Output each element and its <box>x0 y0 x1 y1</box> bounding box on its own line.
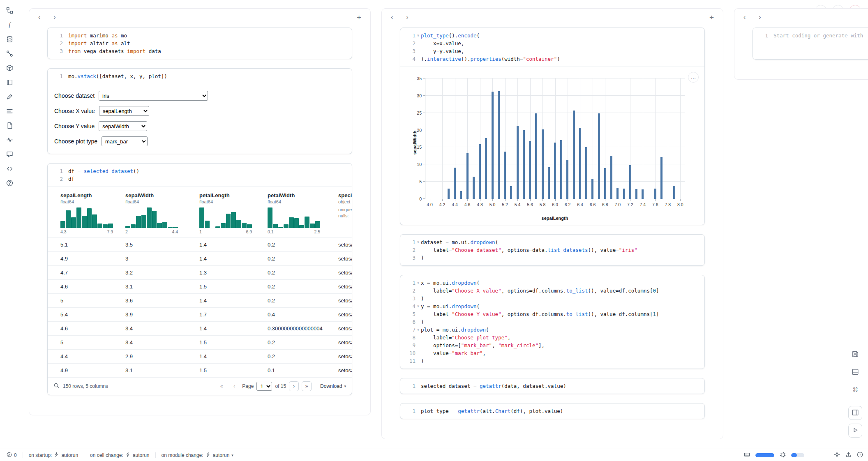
code-editor-plot[interactable]: 1∨plot_type().encode(2 x=x.value,3 y=y.v… <box>400 28 704 67</box>
table-cell: 4.4 <box>60 353 125 360</box>
chart-bar <box>654 189 656 199</box>
panel-layout-button[interactable] <box>848 365 862 379</box>
fold-toggle-icon[interactable]: ∨ <box>416 238 421 246</box>
line-number: 2 <box>60 39 63 47</box>
code-editor-selected[interactable]: 1selected_dataset = getattr(data, datase… <box>400 378 704 394</box>
generate-with-ai-link[interactable]: generate <box>823 32 847 39</box>
column-scroll-left-button[interactable]: ‹ <box>389 13 395 21</box>
page-select[interactable]: 1 <box>256 382 272 391</box>
minimap-button[interactable] <box>848 406 862 420</box>
last-page-button[interactable]: » <box>302 381 312 391</box>
prev-page-button[interactable]: ‹ <box>229 381 239 391</box>
chart-bar <box>560 140 562 199</box>
sidebar-variables-button[interactable] <box>4 49 15 60</box>
fold-toggle-icon[interactable]: ∨ <box>416 326 421 334</box>
x-tick-label: 6.6 <box>590 202 596 207</box>
code-line: 1import marimo as mo <box>49 32 348 39</box>
next-page-button[interactable]: › <box>289 381 299 391</box>
x-tick-label: 7.6 <box>652 202 658 207</box>
table-column-header[interactable]: petalLengthfloat6416.9 <box>199 187 268 237</box>
sidebar-chat-button[interactable] <box>4 150 15 160</box>
table-column-header[interactable]: speciesobjectunique:nulls: <box>338 187 352 237</box>
table-row[interactable]: 5.13.51.40.2setosa <box>48 237 352 251</box>
fold-toggle-icon[interactable]: ∨ <box>416 279 421 287</box>
run-all-button[interactable] <box>848 424 862 438</box>
table-column-header[interactable]: petalWidthfloat640.12.5 <box>268 187 338 237</box>
sidebar-help-button[interactable] <box>4 178 15 189</box>
code-editor-xyplot[interactable]: 1∨x = mo.ui.dropdown(2 label="Choose X v… <box>400 275 704 369</box>
code-editor-imports[interactable]: 1import marimo as mo2import altair as al… <box>48 28 352 59</box>
keyboard-shortcuts-button[interactable] <box>744 452 750 459</box>
add-cell-button[interactable]: + <box>355 13 363 22</box>
y-value-select[interactable]: sepalWidth <box>99 121 147 131</box>
chart-bar <box>604 168 606 199</box>
table-row[interactable]: 4.63.11.50.2setosa <box>48 279 352 293</box>
ai-assistant-button[interactable] <box>834 452 840 459</box>
sidebar-annotate-button[interactable] <box>4 121 15 131</box>
chart-bar <box>554 143 556 199</box>
code-editor-dataset[interactable]: 1∨dataset = mo.ui.dropdown(2 label="Choo… <box>400 235 704 265</box>
table-row[interactable]: 4.931.40.2setosa <box>48 251 352 265</box>
command-palette-button[interactable]: ⌘ <box>848 383 862 397</box>
run-setting-on-cell-change[interactable]: on cell change:autorun <box>88 452 151 459</box>
table-row[interactable]: 4.93.11.50.1setosa <box>48 363 352 377</box>
chevron-right-icon: › <box>759 14 761 21</box>
fold-toggle-icon[interactable]: ∨ <box>416 32 421 39</box>
sidebar-outline-button[interactable] <box>4 106 15 117</box>
table-cell: 1.4 <box>199 325 268 332</box>
export-button[interactable] <box>848 348 862 362</box>
download-button[interactable]: Download ▾ <box>320 383 346 389</box>
add-cell-button[interactable]: + <box>708 13 716 22</box>
table-row[interactable]: 5.43.91.70.4setosa <box>48 307 352 321</box>
run-setting-on-module-change[interactable]: on module change:autorun▾ <box>160 452 235 459</box>
column-range: 16.9 <box>199 229 252 234</box>
sidebar-snippets-button[interactable] <box>4 164 15 175</box>
column-scroll-left-button[interactable]: ‹ <box>37 13 42 21</box>
memory-button[interactable] <box>780 452 786 459</box>
errors-indicator[interactable]: 0 <box>5 452 18 459</box>
column-scroll-left-button[interactable]: ‹ <box>742 13 747 21</box>
sidebar-file-explorer-button[interactable] <box>4 6 15 16</box>
chart-bar <box>510 186 512 199</box>
table-row[interactable]: 4.73.21.30.2setosa <box>48 265 352 279</box>
run-setting-on-startup[interactable]: on startup:autorun <box>27 452 80 459</box>
sidebar-scratchpad-button[interactable] <box>4 92 15 103</box>
table-row[interactable]: 53.61.40.2setosa <box>48 293 352 307</box>
sidebar-functions-button[interactable]: f <box>4 20 15 31</box>
sidebar-documentation-button[interactable] <box>4 78 15 88</box>
chart-bar <box>517 126 519 199</box>
column-type: float64 <box>268 199 338 205</box>
code-editor-plot-type[interactable]: 1plot_type = getattr(alt.Chart(df), plot… <box>400 403 704 419</box>
table-cell: 3.5 <box>125 242 199 248</box>
chart-bar <box>448 189 450 199</box>
dataset-select[interactable]: iris <box>99 91 208 101</box>
first-page-button[interactable]: « <box>217 381 226 391</box>
table-search-button[interactable] <box>53 383 60 390</box>
table-cell: 3.1 <box>125 284 199 290</box>
chevron-down-icon: ▾ <box>231 453 233 457</box>
line-number: 4 <box>412 302 416 310</box>
code-editor-empty[interactable]: 1 Start coding or generate with <box>753 28 868 43</box>
fold-toggle-icon[interactable]: ∨ <box>416 302 421 310</box>
table-column-header[interactable]: sepalLengthfloat644.37.9 <box>60 187 125 237</box>
error-circle-icon <box>7 452 12 459</box>
share-button[interactable] <box>845 452 852 459</box>
table-cell: 4.9 <box>60 256 125 262</box>
table-row[interactable]: 4.42.91.40.2setosa <box>48 349 352 363</box>
column-scroll-right-button[interactable]: › <box>757 13 762 21</box>
column-scroll-right-button[interactable]: › <box>52 13 57 21</box>
sidebar-packages-button[interactable] <box>4 63 15 74</box>
memory-chip-icon <box>780 452 786 459</box>
table-column-header[interactable]: sepalWidthfloat6424.4 <box>125 187 199 237</box>
history-button[interactable] <box>857 452 863 459</box>
sidebar-datasources-button[interactable] <box>4 35 15 45</box>
x-value-select[interactable]: sepalLength <box>99 106 149 116</box>
code-editor-df[interactable]: 1df = selected_dataset()2df <box>48 164 352 187</box>
x-tick-label: 5.8 <box>540 202 546 207</box>
table-row[interactable]: 4.63.41.40.30000000000000004setosa <box>48 321 352 335</box>
code-editor-vstack[interactable]: 1mo.vstack([dataset, x, y, plot]) <box>48 69 352 84</box>
plot-type-select[interactable]: mark_bar <box>102 136 148 146</box>
table-row[interactable]: 53.41.50.2setosa <box>48 335 352 349</box>
sidebar-logs-button[interactable] <box>4 135 15 146</box>
column-scroll-right-button[interactable]: › <box>404 13 410 21</box>
